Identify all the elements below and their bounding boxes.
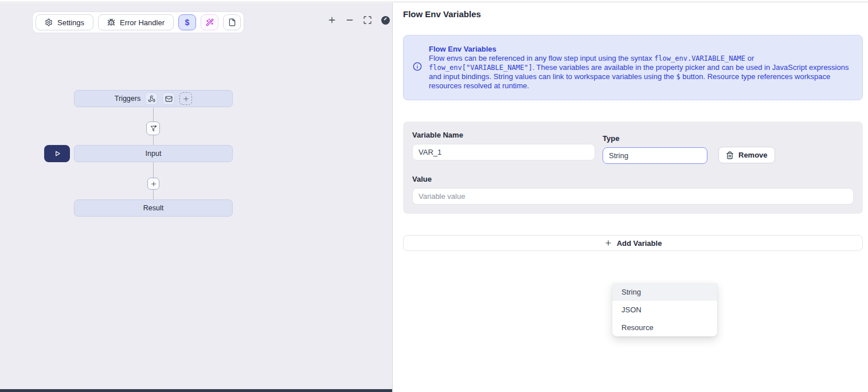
canvas-zoom-controls: [327, 15, 390, 25]
zoom-in-button[interactable]: [327, 15, 337, 25]
email-trigger-button[interactable]: [162, 92, 175, 105]
variable-name-label: Variable Name: [412, 131, 595, 139]
mail-icon: [165, 95, 173, 103]
filter-icon: [150, 125, 157, 132]
canvas-bottom-bar: [0, 389, 392, 392]
info-box-title: Flow Env Variables: [429, 45, 853, 54]
maximize-icon: [363, 15, 372, 25]
result-node-label: Result: [143, 204, 163, 212]
flow-toolbar: Settings Error Handler $: [32, 11, 244, 33]
type-select[interactable]: [603, 147, 707, 164]
webhook-icon: [148, 95, 155, 103]
preprocessor-filter-button[interactable]: [146, 121, 160, 135]
flow-editor-app: Settings Error Handler $: [0, 0, 868, 392]
export-flow-button[interactable]: [223, 14, 241, 30]
minus-icon: [345, 15, 354, 25]
webhook-trigger-button[interactable]: [145, 92, 158, 105]
error-handler-label: Error Handler: [120, 18, 165, 27]
type-label: Type: [603, 134, 707, 143]
error-handler-button[interactable]: Error Handler: [98, 14, 174, 30]
top-border: [0, 0, 868, 2]
zoom-out-button[interactable]: [345, 15, 355, 25]
variable-value-input[interactable]: [412, 188, 854, 205]
type-dropdown: String JSON Resource: [612, 283, 717, 336]
gear-icon: [45, 18, 53, 26]
plus-icon: [327, 15, 337, 25]
type-option-resource[interactable]: Resource: [612, 319, 717, 336]
add-variable-label: Add Variable: [617, 239, 662, 248]
flow-env-syntax-code: flow_env.VARIABLE_NAME: [654, 54, 745, 62]
panel-title: Flow Env Variables: [403, 9, 863, 19]
flow-env-bracket-syntax-code: flow_env["VARIABLE_NAME"]: [429, 64, 533, 72]
canvas-mode-toggle-button[interactable]: [380, 15, 390, 25]
add-variable-button[interactable]: Add Variable: [403, 235, 863, 251]
variable-row: Variable Name Type Remove: [412, 131, 854, 164]
plus-icon: [604, 239, 612, 247]
magic-wand-icon: [206, 18, 214, 26]
settings-button[interactable]: Settings: [36, 14, 93, 30]
plus-icon: [182, 95, 190, 103]
type-option-json[interactable]: JSON: [612, 301, 717, 319]
fit-view-button[interactable]: [362, 15, 373, 25]
add-trigger-button[interactable]: [179, 92, 192, 105]
flow-node-result[interactable]: Result: [74, 199, 233, 217]
file-icon: [228, 18, 236, 26]
info-box: Flow Env Variables Flow envs can be refe…: [403, 35, 863, 100]
value-row: Value: [412, 175, 854, 205]
add-step-button[interactable]: [147, 178, 159, 190]
variable-name-input[interactable]: [412, 144, 595, 160]
triggers-node-label: Triggers: [115, 95, 140, 103]
plus-icon: [150, 181, 157, 187]
flow-canvas[interactable]: Settings Error Handler $: [0, 3, 393, 392]
info-box-description: Flow envs can be referenced in any flow …: [429, 54, 853, 91]
value-label: Value: [412, 175, 854, 183]
ai-wand-button[interactable]: [201, 14, 218, 30]
input-node-label: Input: [146, 150, 162, 158]
flow-env-variables-panel: Flow Env Variables Flow Env Variables Fl…: [393, 3, 868, 392]
dollar-code: $: [676, 73, 680, 81]
dollar-icon: $: [185, 18, 190, 27]
trash-icon: [726, 151, 734, 159]
play-icon: [53, 150, 61, 158]
type-option-string[interactable]: String: [612, 283, 717, 301]
flow-node-triggers[interactable]: Triggers: [74, 90, 233, 107]
info-box-text: Flow Env Variables Flow envs can be refe…: [429, 45, 853, 91]
run-flow-button[interactable]: [44, 145, 70, 162]
flow-node-input[interactable]: Input: [74, 145, 233, 162]
settings-label: Settings: [57, 18, 84, 27]
variable-card: Variable Name Type Remove Value: [403, 121, 863, 214]
remove-variable-button[interactable]: Remove: [718, 147, 775, 163]
dark-circle-icon: [381, 16, 390, 25]
flow-env-variables-button[interactable]: $: [178, 14, 196, 30]
remove-label: Remove: [738, 151, 768, 159]
bug-icon: [107, 18, 115, 26]
info-icon: [413, 62, 422, 73]
